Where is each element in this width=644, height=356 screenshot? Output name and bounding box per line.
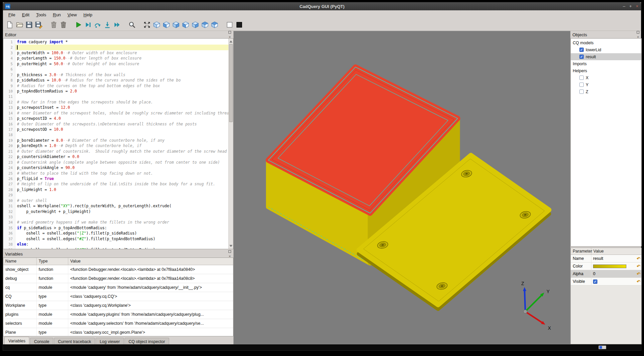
debug-button[interactable] (83, 20, 93, 30)
menu-item-view[interactable]: View (64, 11, 80, 19)
tab-current-traceback[interactable]: Current traceback (54, 338, 95, 345)
view-axonometric-button[interactable] (152, 20, 161, 30)
table-row[interactable]: Planetype<class 'cadquery.occ_impl.geom.… (3, 328, 233, 336)
tab-console[interactable]: Console (30, 338, 53, 345)
view-right-button[interactable] (190, 20, 200, 30)
cell-type: module (37, 319, 68, 328)
code-editor[interactable]: 1from cadquery import *23p_outerWidth = … (3, 38, 233, 249)
float-icon[interactable] (636, 30, 640, 35)
tree-item-result[interactable]: ✓result (571, 53, 641, 60)
step-over-button[interactable] (93, 20, 103, 30)
table-row[interactable]: selectorsmodule<module 'cadquery.selecto… (3, 319, 233, 328)
menu-item-file[interactable]: File (5, 11, 19, 19)
checkbox[interactable] (579, 83, 584, 87)
clear-button[interactable] (49, 20, 59, 30)
menu-item-tools[interactable]: Tools (33, 11, 49, 19)
column-header-value[interactable]: Value (68, 258, 233, 265)
line-number: 21 (3, 149, 15, 154)
wireframe-button[interactable] (225, 20, 234, 30)
view-back-button[interactable] (171, 20, 181, 30)
undo-icon[interactable]: ↶ (637, 271, 640, 276)
param-row-name[interactable]: Nameresult↶ (571, 255, 641, 263)
tree-group-imports[interactable]: Imports (571, 60, 641, 67)
code-text (15, 192, 228, 198)
float-icon[interactable] (227, 30, 232, 35)
view-bottom-button[interactable] (210, 20, 219, 30)
save-as-button[interactable] (34, 20, 44, 30)
code-line: 11 (3, 94, 228, 99)
run-button[interactable] (74, 20, 83, 30)
color-swatch[interactable] (593, 265, 626, 268)
menu-item-help[interactable]: Help (80, 11, 96, 19)
code-token: ·· (63, 138, 68, 143)
code-token: 12.0 (61, 105, 70, 110)
tab-variables[interactable]: Variables (4, 337, 29, 345)
scene-svg[interactable]: Z Y X (234, 31, 570, 344)
tab-cq-object-inspector[interactable]: CQ object inspector (125, 338, 169, 345)
checkbox[interactable] (579, 89, 584, 94)
line-number: 22 (3, 154, 15, 159)
param-row-visible[interactable]: Visible✓↶ (571, 278, 641, 285)
toolbar-group (127, 20, 137, 30)
table-row[interactable]: debugfunction<function Debugger.render.<… (3, 274, 233, 283)
scroll-down-icon[interactable] (229, 245, 232, 248)
save-button[interactable] (24, 20, 34, 30)
menu-item-run[interactable]: Run (50, 11, 64, 19)
maximize-button[interactable]: + (629, 2, 632, 10)
step-into-button[interactable] (103, 20, 112, 30)
code-text: # nner Diameter of the screwpost holes, … (15, 110, 228, 116)
view-left-button[interactable] (181, 20, 190, 30)
shaded-button[interactable] (234, 20, 244, 30)
checkbox[interactable]: ✓ (579, 55, 584, 59)
table-row[interactable]: show_objectfunction<function Debugger.re… (3, 265, 233, 274)
table-row[interactable]: CQtype<class 'cadquery.cq.CQ'> (3, 292, 233, 301)
zoom-button[interactable] (127, 20, 137, 30)
tree-item-z[interactable]: Z (571, 88, 641, 95)
column-header-type[interactable]: Type (37, 258, 68, 265)
delete-button[interactable] (59, 20, 68, 30)
undo-icon[interactable]: ↶ (637, 279, 640, 284)
undo-icon[interactable]: ↶ (637, 264, 640, 269)
view-front-button[interactable] (161, 20, 171, 30)
title-bar[interactable]: cq CadQuery GUI (PyQT) –+× (3, 2, 641, 10)
tree-item-x[interactable]: X (571, 74, 641, 81)
continue-button[interactable] (112, 20, 122, 30)
code-token: # Radius for the curves around the sides… (65, 78, 180, 83)
code-token: oshell = oshell.edges( (17, 231, 77, 236)
tree-group-helpers[interactable]: Helpers (571, 67, 641, 74)
param-row-color[interactable]: Color↶ (571, 263, 641, 270)
scroll-up-icon[interactable] (229, 40, 232, 43)
float-icon[interactable] (227, 249, 232, 254)
undo-icon[interactable]: ↶ (637, 256, 640, 261)
close-button[interactable]: × (636, 2, 638, 10)
tree-group-cq-models[interactable]: CQ models (571, 39, 641, 46)
editor-scrollbar[interactable] (228, 39, 233, 249)
column-header-parameter[interactable]: Parameter (571, 248, 591, 255)
line-number: 11 (3, 94, 15, 99)
fit-view-button[interactable] (142, 20, 152, 30)
new-file-button[interactable] (5, 20, 15, 30)
run-icon (75, 21, 82, 29)
checkbox[interactable]: ✓ (579, 48, 584, 52)
open-file-button[interactable] (15, 20, 24, 30)
code-token: 1.0 (49, 187, 56, 192)
checkbox[interactable]: ✓ (593, 279, 597, 284)
column-header-value[interactable]: Value (591, 248, 606, 255)
column-header-name[interactable]: Name (3, 258, 37, 265)
code-line: 3p_outerWidth = 100.0··# Outer width of … (3, 50, 228, 56)
table-row[interactable]: pluginsmodule<module 'cadquery.plugins' … (3, 310, 233, 319)
tree-item-lowerlid[interactable]: ✓lowerLid (571, 46, 641, 53)
table-row[interactable]: Workplanetype<class 'cadquery.cq.Workpla… (3, 301, 233, 310)
code-token: ·· (63, 51, 68, 55)
tree-item-y[interactable]: Y (571, 81, 641, 88)
view-top-button[interactable] (200, 20, 210, 30)
param-row-alpha[interactable]: Alpha0↶ (571, 270, 641, 278)
checkbox[interactable] (579, 76, 584, 80)
viewport-3d[interactable]: Z Y X (233, 31, 570, 344)
minimize-button[interactable]: – (623, 2, 625, 10)
step-over-icon (94, 21, 102, 29)
table-row[interactable]: cqmodule<module 'cadquery' from '/home/a… (3, 283, 233, 292)
menu-item-edit[interactable]: Edit (19, 11, 33, 19)
tab-log-viewer[interactable]: Log viewer (96, 338, 124, 345)
scrollbar-thumb[interactable] (229, 44, 233, 122)
